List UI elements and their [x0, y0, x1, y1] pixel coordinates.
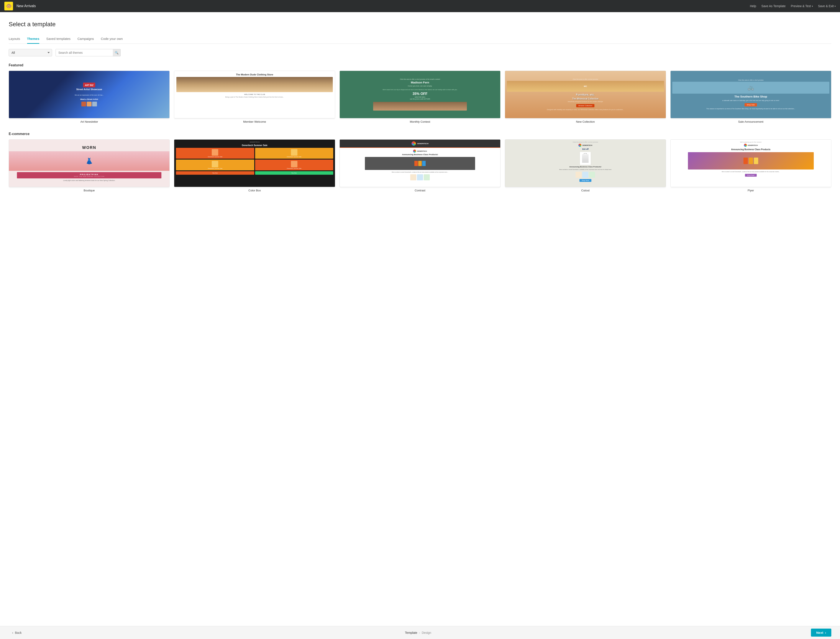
header-left: 🐵 New Arrivals: [4, 2, 36, 10]
template-card-boutique[interactable]: WORN 👗 PROJEKTPINK SHOP THE NEW SPRING C…: [9, 139, 170, 192]
template-card-monthly-contest[interactable]: Click this area to offer a short preview…: [340, 71, 500, 123]
collection-logo-area: WC: [507, 81, 664, 92]
featured-section: Featured ART BIZ Street Artist Showcase …: [9, 63, 831, 123]
preview-test-nav-item[interactable]: Preview & Test ▾: [791, 4, 813, 8]
member-welcome-image: [176, 77, 333, 92]
flyer-logo-icon: [744, 144, 747, 147]
template-name-new-collection: New Collection: [505, 120, 666, 123]
cutout-shop-btn[interactable]: Shop Now!: [579, 179, 591, 182]
header-right: Help Save As Template Preview & Test ▾ S…: [750, 4, 836, 8]
template-name-monthly-contest: Monthly Contest: [340, 120, 500, 123]
template-name-art-newsletter: Art Newsletter: [9, 120, 170, 123]
template-card-sale-announcement[interactable]: Click this area to offer a short preview…: [670, 71, 831, 123]
colorbox-title: Generitech Summer Sale: [242, 144, 267, 146]
boutique-promo-banner: PROJEKTPINK SHOP THE NEW SPRING COLLECTI…: [17, 172, 161, 178]
search-icon: 🔍: [115, 51, 118, 54]
tab-layouts[interactable]: Layouts: [9, 35, 20, 44]
tab-code-your-own[interactable]: Code your own: [101, 35, 123, 44]
template-tabs: Layouts Themes Saved templates Campaigns…: [9, 35, 831, 44]
member-welcome-heading: The Modern Dude Clothing Store: [236, 73, 273, 76]
preview-test-chevron-icon: ▾: [812, 5, 813, 7]
help-nav-item[interactable]: Help: [750, 4, 756, 8]
template-card-art-newsletter[interactable]: ART BIZ Street Artist Showcase We are an…: [9, 71, 170, 123]
colorbox-product4-img: [291, 161, 297, 167]
contrast-box3: [422, 161, 426, 166]
flyer-body-text: More excited to unveil Generitech, a sta…: [722, 171, 780, 173]
collection-cta-btn[interactable]: Browse Collection: [576, 104, 595, 107]
tab-saved-templates[interactable]: Saved templates: [46, 35, 70, 44]
search-input[interactable]: [56, 49, 121, 56]
template-name-cutout: Cutout: [505, 189, 666, 192]
back-arrow-icon: ‹: [12, 631, 13, 634]
contest-image: [373, 102, 467, 111]
template-thumb-monthly-contest: Click this area to offer a short preview…: [340, 71, 500, 118]
colorbox-grid: Generitech Summer Sale Generitech Summer…: [176, 148, 333, 170]
save-exit-label: Save & Exit: [818, 4, 834, 8]
cutout-logo-icon: [579, 144, 582, 147]
flyer-info-text: We're gearing up for the season: [740, 141, 762, 143]
boutique-promo-label: PROJEKTPINK: [18, 173, 160, 176]
template-card-flyer[interactable]: We're gearing up for the season GENERITE…: [670, 139, 831, 192]
colorbox-product2-img: [291, 149, 297, 156]
boutique-hero-image: 👗: [9, 151, 169, 171]
art-newsletter-cta: Meet a Street Artist: [80, 98, 98, 100]
template-card-cutout[interactable]: Click this area to offer a short preview…: [505, 139, 666, 192]
flyer-brand: GENERITECH: [748, 145, 758, 146]
boutique-brand-name: WORN: [82, 145, 96, 150]
template-thumb-cutout: Click this area to offer a short preview…: [505, 139, 666, 187]
sale-announcement-preview: Click this area to offer a short preview…: [671, 71, 831, 118]
colorbox-btn1[interactable]: Buy Now: [176, 171, 254, 175]
contest-promo-code: use the promo code AUTUMN: [410, 98, 430, 100]
cutout-product2: [582, 172, 588, 178]
template-name-contrast: Contrast: [340, 189, 500, 192]
contrast-box2: [418, 161, 422, 166]
contrast-product-image: [365, 157, 475, 170]
collection-desc: beautifully designed furniture for the m…: [568, 101, 603, 102]
cutout-product-grid: [575, 172, 595, 178]
save-as-template-nav-item[interactable]: Save As Template: [761, 4, 786, 8]
colorbox-product2-label: Generitech Summer Sale: [287, 156, 301, 157]
category-filter-select[interactable]: All Featured E-commerce Newsletter Event…: [9, 49, 52, 56]
template-name-sale-announcement: Sale Announcement: [670, 120, 831, 123]
contrast-product-thumbs: [410, 174, 430, 180]
featured-section-title: Featured: [9, 63, 831, 67]
tab-themes[interactable]: Themes: [27, 35, 40, 44]
collection-footer-text: Designed with livability and simplicity …: [547, 109, 624, 111]
member-welcome-text1: WELCOME TO THE CLUB: [244, 94, 265, 95]
contrast-thumb3: [424, 174, 430, 180]
save-exit-nav-item[interactable]: Save & Exit ▾: [818, 4, 836, 8]
art-newsletter-img2: [87, 102, 92, 106]
ecommerce-section: E-commerce WORN 👗 PROJEKTPINK SHOP THE N…: [9, 132, 831, 192]
boutique-preview: WORN 👗 PROJEKTPINK SHOP THE NEW SPRING C…: [9, 140, 169, 187]
contest-body: We're back from our trip to Nepal and we…: [383, 89, 457, 91]
flyer-shop-btn[interactable]: Shop Now!: [745, 174, 757, 176]
search-wrapper: 🔍: [56, 49, 121, 56]
colorbox-btn2[interactable]: Buy Now: [255, 171, 333, 175]
colorbox-product3-img: [212, 161, 218, 167]
art-newsletter-body-text: We are an expression of the soul. Art ha…: [25, 94, 153, 96]
search-button[interactable]: 🔍: [113, 49, 121, 56]
contrast-product-title: Announcing Business Class Products!: [402, 153, 438, 156]
template-card-member-welcome[interactable]: The Modern Dude Clothing Store WELCOME T…: [174, 71, 335, 123]
sale-footer-text: This season is important to us here at T…: [706, 108, 795, 110]
back-button[interactable]: ‹ Back: [9, 629, 25, 636]
template-card-contrast[interactable]: GENERITECH GENERITECH Announcing Busines…: [340, 139, 500, 192]
sale-cta-btn[interactable]: Shop Sale: [744, 103, 757, 106]
ecommerce-section-title: E-commerce: [9, 132, 831, 136]
filter-row: All Featured E-commerce Newsletter Event…: [9, 49, 831, 56]
cutout-body-text: More excited to unveil Generitech, avail…: [559, 168, 612, 170]
colorbox-cell3: Generitech Summer Sale: [176, 159, 254, 170]
art-newsletter-img3: [92, 102, 97, 106]
back-label: Back: [15, 631, 22, 634]
template-card-new-collection[interactable]: Click this area to offer a short preview…: [505, 71, 666, 123]
template-thumb-colorbox: GENERITECH Generitech Summer Sale Generi…: [174, 139, 335, 187]
next-button[interactable]: Next ›: [811, 629, 831, 637]
sale-body: a sidewalk sale starts on Saturday, get …: [722, 100, 779, 102]
tab-campaigns[interactable]: Campaigns: [77, 35, 94, 44]
breadcrumb-separator: ›: [419, 631, 420, 634]
collection-title: Furniture, etc.: [576, 93, 595, 96]
page-title: Select a template: [9, 21, 831, 28]
cutout-product-image: [580, 152, 591, 165]
template-card-colorbox[interactable]: GENERITECH Generitech Summer Sale Generi…: [174, 139, 335, 192]
next-label: Next: [816, 631, 823, 634]
